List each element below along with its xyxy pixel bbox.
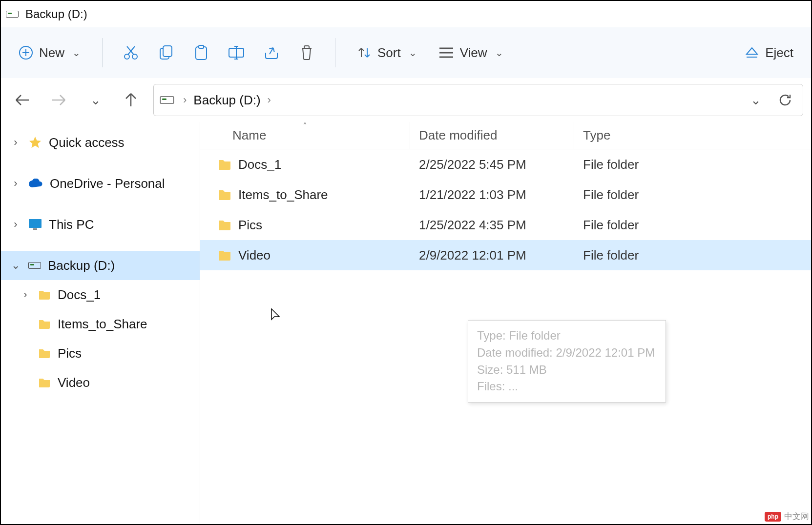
copy-icon <box>158 44 174 61</box>
sidebar-item-label: Backup (D:) <box>48 258 115 273</box>
chevron-down-icon: ⌄ <box>90 93 101 108</box>
sidebar-item-quick-access[interactable]: › Quick access <box>1 128 200 157</box>
eject-button[interactable]: Eject <box>736 40 802 65</box>
file-type: File folder <box>583 187 639 202</box>
sidebar-item-items-to-share[interactable]: Items_to_Share <box>1 309 200 339</box>
svg-point-4 <box>132 54 137 59</box>
drive-icon <box>6 11 19 18</box>
explorer-window: Backup (D:) New ⌄ Sort <box>0 0 812 525</box>
column-label: Type <box>583 128 610 143</box>
svg-line-6 <box>127 46 134 55</box>
sidebar-item-label: Quick access <box>49 135 125 150</box>
chevron-right-icon[interactable]: › <box>20 288 31 301</box>
chevron-right-icon[interactable]: › <box>10 177 21 190</box>
copy-button[interactable] <box>150 37 182 68</box>
rename-button[interactable] <box>221 37 252 68</box>
sidebar-item-label: Docs_1 <box>58 287 101 303</box>
folder-icon <box>218 219 231 231</box>
svg-rect-20 <box>33 228 37 230</box>
folder-icon <box>38 348 51 359</box>
file-name: Pics <box>238 218 262 233</box>
column-header-date[interactable]: Date modified <box>410 122 574 149</box>
body: › Quick access › OneDrive - Personal › T… <box>1 122 811 524</box>
refresh-icon <box>778 93 792 107</box>
file-date: 2/25/2022 5:45 PM <box>419 157 526 172</box>
column-header-name[interactable]: ˄ Name <box>200 122 410 149</box>
separator <box>335 38 335 67</box>
delete-button[interactable] <box>291 37 322 68</box>
sidebar: › Quick access › OneDrive - Personal › T… <box>1 122 200 524</box>
sidebar-item-video[interactable]: Video <box>1 368 200 397</box>
tooltip-line: Date modified: 2/9/2022 12:01 PM <box>477 344 657 362</box>
tooltip-line: Files: ... <box>477 378 657 395</box>
svg-rect-10 <box>199 45 204 48</box>
file-type: File folder <box>583 218 639 233</box>
column-label: Date modified <box>419 128 497 143</box>
sidebar-item-label: Video <box>58 375 90 390</box>
watermark: php 中文网 <box>765 511 809 522</box>
separator <box>102 38 103 67</box>
table-row[interactable]: Video 2/9/2022 12:01 PM File folder <box>200 240 811 270</box>
paste-button[interactable] <box>186 37 217 68</box>
share-button[interactable] <box>256 37 287 68</box>
address-bar[interactable]: › Backup (D:) › ⌄ <box>153 84 803 116</box>
scissors-icon <box>123 44 139 61</box>
cursor-icon <box>271 308 282 323</box>
window-title: Backup (D:) <box>25 7 87 21</box>
file-name: Video <box>238 248 271 263</box>
arrow-left-icon <box>14 93 31 107</box>
back-button[interactable] <box>9 86 36 114</box>
list-icon <box>438 46 454 59</box>
column-header-type[interactable]: Type <box>574 122 811 149</box>
column-label: Name <box>232 128 266 143</box>
file-date: 1/21/2022 1:03 PM <box>419 187 526 202</box>
folder-icon <box>218 159 231 170</box>
forward-button[interactable] <box>45 86 72 114</box>
folder-icon <box>218 189 231 201</box>
tooltip-line: Type: File folder <box>477 327 657 344</box>
eject-label: Eject <box>765 45 793 61</box>
recent-dropdown[interactable]: ⌄ <box>81 86 108 114</box>
folder-icon <box>38 377 51 388</box>
drive-icon <box>28 262 41 269</box>
table-row[interactable]: Items_to_Share 1/21/2022 1:03 PM File fo… <box>200 180 811 210</box>
chevron-down-icon[interactable]: ⌄ <box>10 259 21 272</box>
address-history-dropdown[interactable]: ⌄ <box>746 90 766 110</box>
column-headers: ˄ Name Date modified Type <box>200 122 811 149</box>
sidebar-item-onedrive[interactable]: › OneDrive - Personal <box>1 169 200 198</box>
titlebar: Backup (D:) <box>1 1 811 27</box>
sort-button[interactable]: Sort ⌄ <box>348 40 426 65</box>
new-button[interactable]: New ⌄ <box>10 40 89 65</box>
chevron-right-icon[interactable]: › <box>10 218 21 231</box>
cut-button[interactable] <box>115 37 146 68</box>
sidebar-item-label: Items_to_Share <box>58 317 147 332</box>
refresh-button[interactable] <box>775 90 795 110</box>
sidebar-item-this-pc[interactable]: › This PC <box>1 210 200 239</box>
folder-icon <box>38 319 51 329</box>
sort-icon <box>357 45 372 60</box>
sidebar-item-pics[interactable]: Pics <box>1 339 200 368</box>
table-row[interactable]: Docs_1 2/25/2022 5:45 PM File folder <box>200 149 811 180</box>
sidebar-item-docs1[interactable]: › Docs_1 <box>1 280 200 309</box>
chevron-right-icon[interactable]: › <box>10 136 21 149</box>
folder-icon <box>38 289 51 300</box>
cloud-icon <box>28 179 43 188</box>
breadcrumb-current[interactable]: Backup (D:) <box>193 93 260 108</box>
chevron-down-icon: ⌄ <box>409 47 417 59</box>
trash-icon <box>299 44 314 61</box>
tooltip-line: Size: 511 MB <box>477 362 657 379</box>
star-icon <box>28 136 42 149</box>
new-label: New <box>39 45 64 61</box>
breadcrumb-separator: › <box>183 94 187 106</box>
content-pane: ˄ Name Date modified Type Docs_1 2/25/20… <box>200 122 811 524</box>
sidebar-item-label: Pics <box>58 346 82 361</box>
chevron-down-icon: ⌄ <box>495 47 503 59</box>
view-button[interactable]: View ⌄ <box>430 40 512 65</box>
up-button[interactable] <box>117 86 145 114</box>
sidebar-item-backup-drive[interactable]: ⌄ Backup (D:) <box>1 251 200 280</box>
toolbar: New ⌄ Sort ⌄ View ⌄ <box>1 27 811 78</box>
file-type: File folder <box>583 248 639 263</box>
file-name: Docs_1 <box>238 157 281 172</box>
file-type: File folder <box>583 157 639 172</box>
table-row[interactable]: Pics 1/25/2022 4:35 PM File folder <box>200 210 811 240</box>
